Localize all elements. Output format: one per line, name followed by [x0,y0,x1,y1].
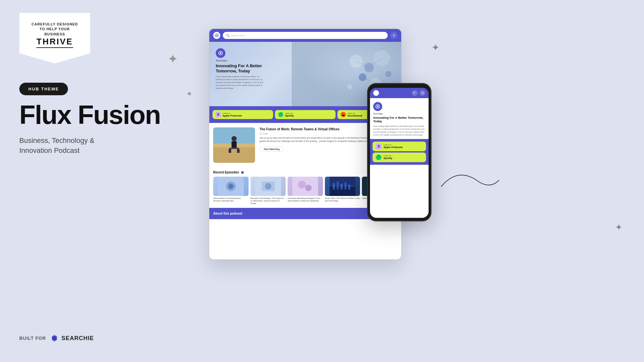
ep-caption-3: Innovative Marketing Strategies: From So… [288,197,323,202]
mobile-search-btn[interactable]: 🔍 [412,90,418,96]
ep-caption-2: Disruptive Technologies: The Impact of A… [251,197,286,205]
svg-point-18 [232,136,237,141]
hero-logo-icon [218,51,223,56]
hero-brand: TechTalks [216,59,267,62]
episode-card-4: Smart Cities: The Future of Urban Living… [325,177,360,205]
searchie-name: SEARCHIE [62,335,94,342]
spotify-icon: 🎵 [278,112,283,117]
hero-logo [216,48,225,58]
svg-point-9 [347,84,352,89]
svg-rect-22 [237,149,240,153]
ep-caption-1: Data Analytics: Driving Business Decisio… [213,197,249,202]
svg-point-30 [298,181,306,189]
ep-visual-3 [288,177,323,196]
mobile-apple-platform: Apple Podcasts [384,146,403,149]
spotify-platform-name: Spotify [285,114,294,117]
hero-title: Innovating For A Better Tomorrow, Today [216,63,267,73]
mobile-apple-podcasts-btn[interactable]: 🎙 Listen on Apple Podcasts [373,142,426,151]
ep-visual-1 [213,177,249,196]
search-icon: 🔍 [226,34,230,37]
svg-rect-21 [229,149,231,153]
soundcloud-platform-name: Soundcloud [347,114,362,117]
svg-rect-16 [213,147,255,163]
banner-subtitle: CAREFULLY DESIGNED TO HELP YOUR BUSINESS [31,22,79,37]
about-title: About this podcast [213,212,242,215]
svg-point-14 [220,52,222,54]
hero-description: From cutting-edge solutions to disruptiv… [216,75,264,90]
ep-thumb-3 [288,177,323,196]
episode-card-1: Data Analytics: Driving Business Decisio… [213,177,249,205]
svg-point-1 [216,35,217,36]
ep-thumb-1 [213,177,249,196]
mobile-nav-bar: 🔍 ☰ [370,88,429,98]
ep-caption-4: Smart Cities: The Future of Urban Living… [325,197,360,202]
deco-curve [438,161,502,209]
svg-rect-38 [345,182,346,190]
main-title: Flux Fusion [19,102,160,128]
subtitle: Business, Technology &Innovation Podcast [19,136,94,156]
apple-platform-name: Apple Podcasts [223,114,242,117]
mobile-logo-icon [375,104,380,109]
svg-rect-35 [333,183,335,190]
svg-point-25 [228,184,233,189]
menu-icon: ☰ [393,34,395,37]
svg-rect-19 [232,141,237,148]
apple-podcasts-icon: 🎙 [216,112,221,117]
banner: CAREFULLY DESIGNED TO HELP YOUR BUSINESS… [19,13,90,63]
svg-rect-39 [348,185,350,190]
recent-episodes-title: Recent Episodes [213,171,239,174]
mobile-description: From cutting-edge solutions to disruptiv… [373,125,425,136]
apple-podcasts-btn[interactable]: 🎙 Listen on Apple Podcasts [213,110,273,119]
svg-rect-20 [229,148,239,149]
mobile-spotify-text: Listen on Spotify [384,155,392,160]
hub-theme-badge: HUB THEME [19,83,68,95]
searchie-logo: SEARCHIE [50,334,94,343]
start-watching-button[interactable]: Start Watching [260,146,284,152]
spotify-text: Listen on Spotify [285,112,294,117]
mobile-menu-icon: ☰ [421,92,424,95]
deco-star-4: ✦ [615,222,622,233]
svg-point-28 [265,183,271,190]
ep-thumb-2 [251,177,286,196]
mobile-spotify-btn[interactable]: 🎵 Listen on Spotify [373,153,426,162]
mobile-spotify-icon: 🎵 [376,154,382,160]
desktop-nav-bar: 🔍 Search here... ☰ [209,29,401,42]
star-decoration-1: ✦ [167,51,178,66]
apple-podcasts-text: Listen on Apple Podcasts [223,112,242,117]
mobile-logo [373,90,379,96]
mobile-mockup: 🔍 ☰ TechTalks Innovating For A Better To… [367,83,431,221]
desktop-logo [213,32,220,39]
search-placeholder: Search here... [231,34,247,37]
ep-thumb-4 [325,177,360,196]
episode-card-3: Innovative Marketing Strategies: From So… [288,177,323,205]
featured-episode-thumbnail [213,127,255,163]
mobile-spotify-platform: Spotify [384,157,392,160]
ep-visual-4 [325,177,360,196]
recent-dot [241,171,244,174]
mobile-apple-text: Listen on Apple Podcasts [384,144,403,149]
searchie-icon [50,334,59,343]
mobile-nav-icons: 🔍 ☰ [412,90,425,96]
mobile-notch [390,84,409,87]
mobile-brand: TechTalks [373,113,425,115]
mobile-title: Innovating For A Better Tomorrow, Today [373,116,425,123]
mobile-hero: TechTalks Innovating For A Better Tomorr… [370,98,429,139]
left-panel: CAREFULLY DESIGNED TO HELP YOUR BUSINESS… [0,0,206,362]
svg-point-31 [305,185,312,191]
hero-content: TechTalks Innovating For A Better Tomorr… [216,48,267,90]
svg-rect-36 [337,181,339,190]
soundcloud-icon: ☁ [341,112,346,117]
mobile-menu-btn[interactable]: ☰ [420,90,425,96]
spotify-btn[interactable]: 🎵 Listen on Spotify [275,110,336,119]
desktop-search[interactable]: 🔍 Search here... [223,32,388,39]
star-decoration-2: ✦ [186,89,193,98]
svg-point-44 [377,106,379,107]
built-for-label: BUILT FOR [19,336,46,341]
mobile-search-icon: 🔍 [413,92,416,95]
mobile-listen-section: 🎙 Listen on Apple Podcasts 🎵 Listen on S… [370,139,429,165]
deco-star-3: ✦ [431,42,440,53]
soundcloud-text: Listen on Soundcloud [347,112,362,117]
svg-rect-37 [341,184,343,190]
episode-thumbnail-visual [213,127,255,163]
desktop-menu-btn[interactable]: ☰ [390,32,397,39]
